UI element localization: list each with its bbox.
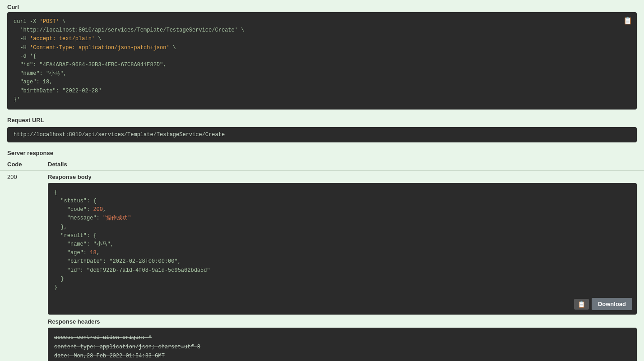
curl-line-8: "age": 18, — [14, 78, 619, 87]
rb-line12: } — [54, 283, 630, 292]
request-url-section: Request URL http://localhost:8010/api/se… — [0, 113, 644, 142]
server-response-section: Server response Code Details 200 Respons… — [0, 146, 644, 361]
copy-response-button[interactable]: 📋 — [574, 299, 589, 310]
code-header: Code — [0, 158, 41, 171]
rb-line8: "age": 18, — [54, 249, 630, 257]
request-url-value: http://localhost:8010/api/services/Templ… — [14, 132, 225, 138]
curl-section: Curl 📋 curl -X 'POST' \ 'http://localhos… — [0, 0, 644, 110]
response-body-block: { "status": { "code": 200, "message": "操… — [48, 183, 637, 315]
curl-label: Curl — [0, 0, 644, 12]
rh-line3: date: Mon,28 Feb 2022 01:54:33 GMT — [54, 352, 630, 361]
response-table: Code Details 200 Response body { "status… — [0, 158, 644, 361]
curl-line-5: -d '{ — [14, 52, 619, 61]
curl-line-7: "name": "小马", — [14, 69, 619, 78]
response-body-code: { "status": { "code": 200, "message": "操… — [48, 183, 637, 315]
response-row: 200 Response body { "status": { "code": … — [0, 170, 644, 361]
curl-line-6: "id": "4EA4ABAE-9684-30B3-4EBC-67C8A041E… — [14, 61, 619, 69]
rb-line10: "id": "dcbf922b-7a1d-4f08-9a1d-5c95a62bd… — [54, 266, 630, 275]
curl-line-2: 'http://localhost:8010/api/services/Temp… — [14, 26, 619, 35]
response-action-buttons: 📋 Download — [574, 298, 632, 310]
rb-line9: "birthDate": "2022-02-28T00:00:00", — [54, 257, 630, 266]
copy-icon-curl[interactable]: 📋 — [623, 16, 632, 27]
request-url-box: http://localhost:8010/api/services/Templ… — [7, 127, 637, 142]
curl-line-9: "birthDate": "2022-02-28" — [14, 87, 619, 96]
rh-line1: access-control-allow-origin: * — [54, 333, 630, 342]
response-body-label: Response body — [48, 174, 637, 180]
curl-line-4: -H 'Content-Type: application/json-patch… — [14, 44, 619, 52]
rb-line6: "result": { — [54, 232, 630, 240]
rb-line7: "name": "小马", — [54, 240, 630, 249]
curl-line-3: -H 'accept: text/plain' \ — [14, 35, 619, 43]
rb-line11: } — [54, 275, 630, 283]
rh-line2: content-type: application/json; charset=… — [54, 343, 630, 352]
curl-code-block: 📋 curl -X 'POST' \ 'http://localhost:801… — [7, 12, 637, 110]
rb-line2: "status": { — [54, 197, 630, 206]
server-response-label: Server response — [0, 146, 644, 158]
details-header: Details — [41, 158, 644, 171]
rb-line5: }, — [54, 223, 630, 232]
response-headers-code: access-control-allow-origin: * content-t… — [48, 328, 637, 361]
response-headers-label: Response headers — [48, 318, 637, 325]
response-code: 200 — [0, 170, 41, 361]
rb-line4: "message": "操作成功" — [54, 214, 630, 223]
rb-line3: "code": 200, — [54, 206, 630, 214]
download-button[interactable]: Download — [592, 298, 632, 310]
rb-line1: { — [54, 188, 630, 197]
request-url-label: Request URL — [0, 113, 644, 125]
curl-line-10: }' — [14, 96, 619, 104]
curl-line-1: curl -X 'POST' \ — [14, 18, 619, 26]
response-details: Response body { "status": { "code": 200,… — [41, 170, 644, 361]
